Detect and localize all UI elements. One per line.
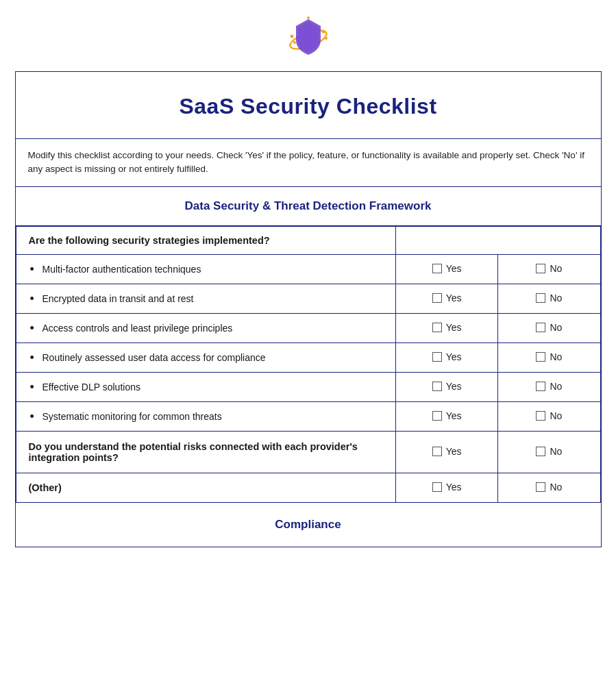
section1-title: Data Security & Threat Detection Framewo… [185,199,432,212]
checkbox-box[interactable] [536,264,545,273]
no-checkbox-2[interactable]: No [536,292,562,303]
bold-question-row-2: (Other) Yes No [16,473,600,502]
yes-checkbox-5[interactable]: Yes [432,381,462,392]
instructions-text: Modify this checklist according to your … [16,139,601,187]
yes-cell-6: Yes [395,401,497,431]
table-row: Multi-factor authentication techniques Y… [16,254,600,284]
section1-header: Data Security & Threat Detection Framewo… [16,187,601,226]
checkbox-box[interactable] [536,482,545,492]
page-title: SaaS Security Checklist [29,94,587,119]
bold-question-cell-2: (Other) [16,473,395,502]
checkbox-box[interactable] [536,382,545,391]
no-cell-6: No [498,401,600,431]
yes-checkbox-2[interactable]: Yes [432,292,462,303]
yes-cell-1: Yes [395,254,497,284]
yes-cell-bq2: Yes [395,473,497,502]
no-checkbox-4[interactable]: No [536,351,562,362]
main-question-row: Are the following security strategies im… [16,226,600,254]
no-cell-2: No [498,284,600,313]
checklist-table: Are the following security strategies im… [16,226,601,503]
svg-point-5 [307,16,310,19]
main-container: SaaS Security Checklist Modify this chec… [15,71,602,547]
yes-checkbox-3[interactable]: Yes [432,322,462,333]
table-row: Routinely assessed user data access for … [16,342,600,372]
shield-logo-icon [285,12,332,59]
yes-checkbox-bq2[interactable]: Yes [432,482,462,493]
svg-point-3 [293,41,296,44]
no-cell-5: No [498,372,600,401]
yes-cell-2: Yes [395,284,497,313]
bold-question-cell-1: Do you understand the potential risks co… [16,431,395,473]
no-checkbox-3[interactable]: No [536,322,562,333]
no-cell-4: No [498,342,600,372]
item-cell-6: Systematic monitoring for common threats [16,401,395,431]
no-checkbox-bq1[interactable]: No [536,446,562,457]
checkbox-box[interactable] [432,482,442,492]
table-row: Effective DLP solutions Yes No [16,372,600,401]
yes-cell-4: Yes [395,342,497,372]
no-checkbox-6[interactable]: No [536,410,562,421]
yes-checkbox-1[interactable]: Yes [432,263,462,274]
yes-checkbox-4[interactable]: Yes [432,351,462,362]
yes-cell-5: Yes [395,372,497,401]
item-cell-4: Routinely assessed user data access for … [16,342,395,372]
checkbox-box[interactable] [432,382,442,391]
item-cell-5: Effective DLP solutions [16,372,395,401]
yes-checkbox-bq1[interactable]: Yes [432,446,462,457]
yes-cell-3: Yes [395,313,497,342]
bold-question-row-1: Do you understand the potential risks co… [16,431,600,473]
item-cell-1: Multi-factor authentication techniques [16,254,395,284]
svg-point-1 [321,30,325,34]
item-cell-2: Encrypted data in transit and at rest [16,284,395,313]
no-checkbox-1[interactable]: No [536,263,562,274]
main-question-cell: Are the following security strategies im… [16,226,395,254]
checkbox-box[interactable] [432,447,442,456]
checkbox-box[interactable] [536,447,545,456]
checkbox-box[interactable] [432,323,442,332]
checkbox-box[interactable] [432,352,442,362]
no-checkbox-5[interactable]: No [536,381,562,392]
compliance-title: Compliance [275,518,341,531]
checkbox-box[interactable] [432,293,442,303]
no-cell-bq2: No [498,473,600,502]
no-cell-3: No [498,313,600,342]
checkbox-box[interactable] [536,411,545,421]
yes-checkbox-6[interactable]: Yes [432,410,462,421]
checkbox-box[interactable] [536,323,545,332]
logo-area [285,12,332,59]
checkbox-box[interactable] [432,411,442,421]
checkbox-box[interactable] [536,352,545,362]
table-row: Access controls and least privilege prin… [16,313,600,342]
svg-point-4 [290,35,293,38]
title-section: SaaS Security Checklist [16,72,601,139]
compliance-header: Compliance [16,503,601,547]
checkbox-box[interactable] [536,293,545,303]
table-row: Encrypted data in transit and at rest Ye… [16,284,600,313]
table-row: Systematic monitoring for common threats… [16,401,600,431]
no-checkbox-bq2[interactable]: No [536,482,562,493]
checkbox-box[interactable] [432,264,442,273]
no-cell-1: No [498,254,600,284]
svg-point-2 [325,37,328,40]
main-question-empty [395,226,600,254]
no-cell-bq1: No [498,431,600,473]
yes-cell-bq1: Yes [395,431,497,473]
item-cell-3: Access controls and least privilege prin… [16,313,395,342]
